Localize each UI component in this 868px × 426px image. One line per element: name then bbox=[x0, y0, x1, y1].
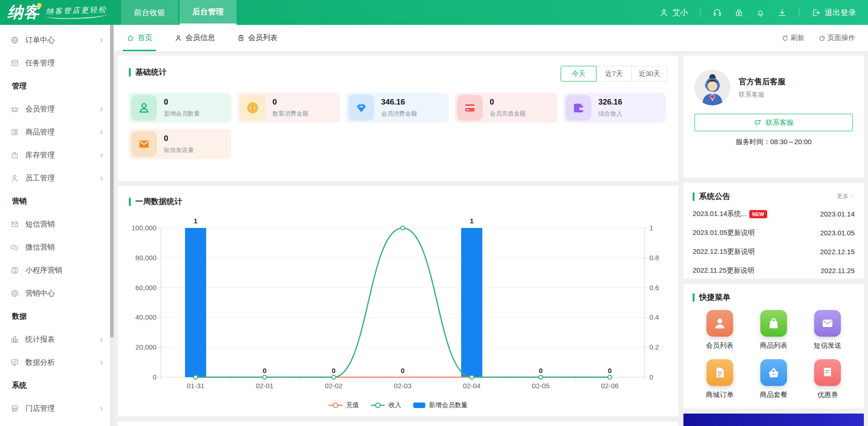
range-button-近7天[interactable]: 近7天 bbox=[596, 66, 632, 82]
sidebar-item-小程序营销[interactable]: 小程序营销 bbox=[0, 259, 114, 282]
header-nav-tabs: 前台收银后台管理 bbox=[121, 0, 238, 25]
member-add-icon bbox=[137, 101, 151, 115]
sidebar-item-label: 营销中心 bbox=[25, 289, 55, 298]
stat-label: 综合收入 bbox=[598, 110, 622, 118]
stat-card-会员充值金额: 0会员充值金额 bbox=[455, 93, 557, 123]
sidebar-section-管理: 管理 bbox=[0, 75, 114, 98]
headset-icon[interactable] bbox=[712, 8, 722, 18]
header-divider bbox=[799, 8, 799, 17]
tab-label: 会员信息 bbox=[185, 33, 215, 43]
sidebar-scrollbar[interactable] bbox=[110, 25, 114, 426]
announcement-row[interactable]: 2023.01.14系统...NEW2023.01.14 bbox=[693, 204, 855, 223]
lock-icon[interactable] bbox=[734, 8, 744, 18]
sidebar-item-短信营销[interactable]: 短信营销 bbox=[0, 213, 114, 236]
logout-icon bbox=[811, 8, 821, 18]
sidebar-item-营销中心[interactable]: 营销中心 bbox=[0, 282, 114, 305]
header-tab-后台管理[interactable]: 后台管理 bbox=[179, 0, 237, 25]
range-button-近30天[interactable]: 近30天 bbox=[631, 66, 667, 82]
announcement-row[interactable]: 2023.01.05更新说明2023.01.05 bbox=[693, 223, 855, 242]
sidebar-scrollbar-thumb[interactable] bbox=[110, 25, 114, 338]
svg-text:100,000: 100,000 bbox=[132, 224, 156, 232]
tab-会员列表[interactable]: 会员列表 bbox=[237, 25, 278, 51]
announcements-title: 系统公告 bbox=[693, 191, 730, 202]
sidebar-item-员工管理[interactable]: 员工管理 bbox=[0, 167, 114, 190]
service-agent-avatar bbox=[694, 70, 730, 105]
quick-menu-商城订单[interactable]: 商城订单 bbox=[706, 359, 734, 399]
legend-label: 收入 bbox=[388, 401, 401, 409]
sidebar-item-微信营销[interactable]: 微信营销 bbox=[0, 236, 114, 259]
svg-text:02-03: 02-03 bbox=[394, 382, 411, 390]
chat-icon bbox=[754, 118, 762, 127]
basket-icon bbox=[760, 359, 787, 386]
tab-首页[interactable]: 首页 bbox=[127, 25, 152, 51]
stat-value: 0 bbox=[164, 98, 200, 107]
download-icon[interactable] bbox=[777, 8, 787, 18]
sidebar-section-数据: 数据 bbox=[0, 305, 114, 328]
header-tab-前台收银[interactable]: 前台收银 bbox=[121, 0, 178, 25]
logout-button[interactable]: 退出登录 bbox=[811, 7, 856, 18]
stat-label: 短信发送量 bbox=[164, 146, 194, 154]
quick-menu-label: 优惠券 bbox=[817, 391, 838, 399]
sidebar-item-系统设置[interactable]: 系统设置 bbox=[0, 420, 114, 426]
sidebar-item-label: 库存管理 bbox=[25, 151, 55, 160]
chevron-right-icon bbox=[98, 337, 104, 343]
announcements-panel: 系统公告 更多 2023.01.14系统...NEW2023.01.142023… bbox=[683, 183, 864, 279]
svg-text:0: 0 bbox=[401, 367, 405, 374]
chat-icon bbox=[754, 118, 762, 127]
announcements-more-link[interactable]: 更多 bbox=[837, 192, 855, 200]
sidebar: 订单中心任务管理管理会员管理商品管理库存管理员工管理营销短信营销微信营销小程序营… bbox=[0, 25, 114, 426]
bell-icon[interactable] bbox=[756, 8, 765, 18]
action-页面操作[interactable]: 页面操作 bbox=[818, 34, 855, 42]
quick-menu-label: 会员列表 bbox=[706, 341, 734, 350]
chevron-right-icon bbox=[98, 106, 104, 112]
svg-text:02-06: 02-06 bbox=[601, 382, 619, 390]
legend-line-swatch bbox=[371, 402, 385, 408]
mail-icon bbox=[131, 131, 157, 157]
svg-text:0.6: 0.6 bbox=[649, 284, 659, 292]
sidebar-item-库存管理[interactable]: 库存管理 bbox=[0, 144, 114, 167]
legend-item-充值[interactable]: 充值 bbox=[329, 401, 359, 409]
svg-text:0: 0 bbox=[263, 367, 266, 374]
quick-menu-优惠券[interactable]: 优惠券 bbox=[814, 359, 841, 399]
legend-label: 充值 bbox=[346, 401, 359, 409]
sidebar-item-数据分析[interactable]: 数据分析 bbox=[0, 351, 114, 374]
svg-text:0: 0 bbox=[649, 373, 653, 381]
announcement-row[interactable]: 2022.12.15更新说明2022.12.15 bbox=[693, 242, 855, 261]
title-accent-bar bbox=[129, 198, 131, 206]
current-user[interactable]: 艾小 bbox=[659, 7, 688, 18]
contact-service-button[interactable]: 联系客服 bbox=[694, 114, 853, 131]
member-add-icon bbox=[131, 95, 157, 121]
sidebar-item-商品管理[interactable]: 商品管理 bbox=[0, 121, 114, 144]
app-logo: 纳客 纳客管店更轻松 bbox=[0, 0, 116, 25]
sidebar-item-会员管理[interactable]: 会员管理 bbox=[0, 98, 114, 121]
stat-value: 0 bbox=[272, 98, 308, 107]
announcement-row[interactable]: 2022.11.25更新说明2022.11.25 bbox=[693, 261, 855, 280]
svg-text:02-05: 02-05 bbox=[532, 382, 550, 390]
quick-menu-商品列表[interactable]: 商品列表 bbox=[760, 310, 787, 350]
sidebar-item-label: 数据分析 bbox=[25, 358, 55, 368]
quick-menu-短信发送[interactable]: 短信发送 bbox=[814, 310, 841, 350]
range-button-今天[interactable]: 今天 bbox=[561, 66, 596, 82]
sidebar-item-任务管理[interactable]: 任务管理 bbox=[0, 52, 114, 75]
quick-menu-会员列表[interactable]: 会员列表 bbox=[706, 310, 734, 350]
svg-text:60,000: 60,000 bbox=[135, 284, 156, 292]
quick-menu-商品套餐[interactable]: 商品套餐 bbox=[760, 359, 787, 399]
chevron-right-icon bbox=[98, 406, 104, 412]
sidebar-item-label: 微信营销 bbox=[25, 243, 55, 252]
sidebar-item-统计报表[interactable]: 统计报表 bbox=[0, 328, 114, 351]
action-刷新[interactable]: 刷新 bbox=[781, 34, 804, 42]
goods-icon bbox=[10, 128, 19, 137]
title-accent-bar bbox=[129, 68, 131, 76]
service-time: 服务时间：08:30～20:00 bbox=[694, 138, 853, 146]
sidebar-item-订单中心[interactable]: 订单中心 bbox=[0, 29, 114, 52]
report-icon bbox=[10, 335, 19, 344]
app-header: 纳客 纳客管店更轻松 前台收银后台管理 艾小 退出登录 bbox=[0, 0, 868, 25]
sidebar-item-label: 会员管理 bbox=[25, 105, 55, 114]
stat-value: 0 bbox=[490, 98, 526, 107]
sidebar-item-门店管理[interactable]: 门店管理 bbox=[0, 397, 114, 420]
week-stats-title: 一周数据统计 bbox=[129, 196, 182, 207]
sidebar-item-label: 任务管理 bbox=[25, 58, 55, 68]
tab-会员信息[interactable]: 会员信息 bbox=[174, 25, 215, 51]
legend-item-新增会员数量[interactable]: 新增会员数量 bbox=[413, 401, 468, 409]
legend-item-收入[interactable]: 收入 bbox=[371, 401, 401, 409]
